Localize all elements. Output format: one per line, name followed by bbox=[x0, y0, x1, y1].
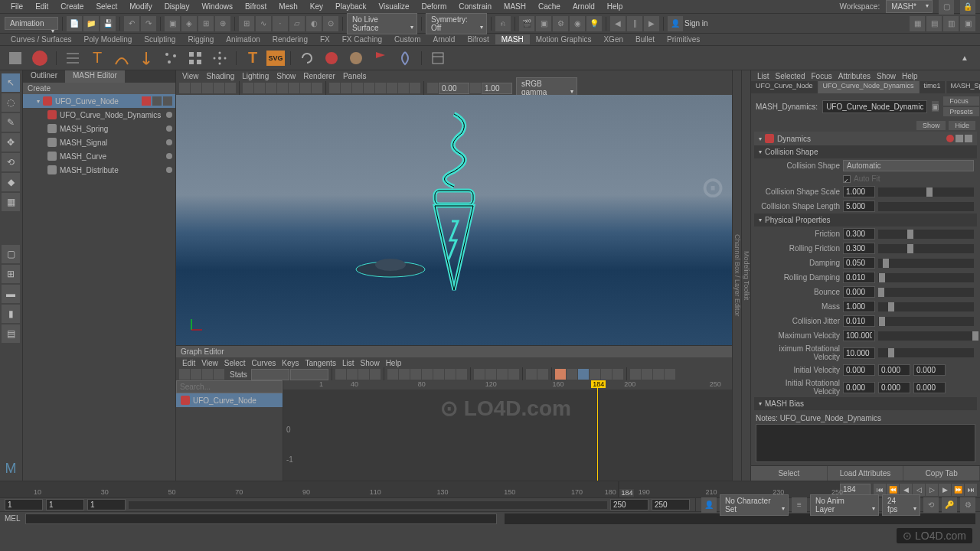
ae-menu-selected[interactable]: Selected bbox=[776, 72, 805, 80]
ae-menu-attributes[interactable]: Attributes bbox=[838, 72, 871, 80]
shelf-tab-poly[interactable]: Poly Modeling bbox=[77, 34, 138, 44]
shelf-scroll-up-icon[interactable]: ▲ bbox=[954, 47, 975, 69]
visibility-toggle-icon[interactable] bbox=[166, 126, 172, 132]
ae-max-velocity-slider[interactable] bbox=[878, 331, 974, 341]
ge-item-ufo-curve-node[interactable]: UFO_Curve_Node bbox=[176, 393, 283, 407]
anim-layer-icon[interactable]: ≡ bbox=[792, 497, 807, 513]
ae-rolling-friction-field[interactable] bbox=[843, 243, 875, 254]
tl-playhead[interactable]: 184 bbox=[618, 481, 619, 497]
bullet-swirl-icon[interactable] bbox=[394, 47, 416, 69]
playblast-step-fwd-icon[interactable]: ▶ bbox=[644, 16, 659, 31]
ae-max-rot-velocity-slider[interactable] bbox=[878, 348, 974, 357]
ge-graph-area[interactable]: 1 40 80 120 160 200 250 184 0 -1 ⊙ LO4D.… bbox=[283, 380, 732, 481]
mash-grid-icon[interactable] bbox=[185, 47, 206, 69]
ge-plateau-icon[interactable] bbox=[445, 369, 456, 380]
ge-menu-tangents[interactable]: Tangents bbox=[305, 359, 336, 367]
menu-file[interactable]: File bbox=[5, 1, 29, 12]
snap-view-icon[interactable]: ⊙ bbox=[323, 16, 338, 31]
ge-time-snap-icon[interactable] bbox=[555, 369, 566, 380]
ge-autofit-icon[interactable] bbox=[370, 369, 381, 380]
workspace-dropdown[interactable]: MASH* bbox=[886, 0, 933, 13]
ge-stat-time-field[interactable] bbox=[251, 369, 289, 380]
ge-step-icon[interactable] bbox=[433, 369, 444, 380]
ge-lock-tan-icon[interactable] bbox=[508, 369, 519, 380]
ae-tab-time1[interactable]: time1 bbox=[920, 81, 946, 93]
render-settings-icon[interactable]: ⚙ bbox=[553, 16, 568, 31]
vp-shaded-icon[interactable] bbox=[341, 83, 351, 93]
layout-4-icon[interactable]: ▣ bbox=[960, 16, 975, 31]
outliner-item-signal[interactable]: MASH_Signal bbox=[23, 135, 175, 149]
vp-exposure-icon[interactable] bbox=[427, 83, 438, 93]
ge-stacked-icon[interactable] bbox=[590, 369, 600, 380]
menu-bifrost[interactable]: Bifrost bbox=[239, 1, 273, 12]
expand-icon[interactable]: ▾ bbox=[37, 98, 40, 105]
ae-notes-field[interactable] bbox=[756, 424, 975, 462]
visibility-toggle-icon[interactable] bbox=[166, 167, 172, 173]
layout-four-icon[interactable]: ⊞ bbox=[2, 265, 20, 283]
shelf-tab-sculpt[interactable]: Sculpting bbox=[138, 34, 181, 44]
vp-textured-icon[interactable] bbox=[352, 83, 363, 93]
ae-max-velocity-field[interactable] bbox=[843, 330, 875, 341]
step-forward-key-button[interactable]: ⏩ bbox=[952, 484, 964, 496]
ge-auto-icon[interactable] bbox=[456, 369, 467, 380]
ae-init-rot-z-field[interactable] bbox=[913, 382, 946, 393]
ge-menu-keys[interactable]: Keys bbox=[282, 359, 299, 367]
ae-tab-node[interactable]: UFO_Curve_Node bbox=[751, 81, 818, 93]
ge-menu-view[interactable]: View bbox=[201, 359, 218, 367]
layout-three-icon[interactable]: ▤ bbox=[2, 324, 20, 343]
step-forward-button[interactable]: ▶ bbox=[939, 484, 951, 496]
snap-surface-icon[interactable]: ◐ bbox=[306, 16, 322, 31]
shelf-tab-mash[interactable]: MASH bbox=[495, 34, 530, 44]
select-tool[interactable]: ↖ bbox=[2, 73, 20, 92]
vp-bookmark-icon[interactable] bbox=[191, 83, 201, 93]
menu-select[interactable]: Select bbox=[90, 1, 123, 12]
range-inner-start-field[interactable] bbox=[46, 499, 84, 510]
menu-visualize[interactable]: Visualize bbox=[373, 1, 416, 12]
ge-menu-curves[interactable]: Curves bbox=[252, 359, 276, 367]
vp-select-cam-icon[interactable] bbox=[179, 83, 190, 93]
bullet-soft-icon[interactable] bbox=[345, 47, 367, 69]
snap-point-icon[interactable]: · bbox=[273, 16, 288, 31]
menu-display[interactable]: Display bbox=[158, 1, 196, 12]
shelf-tab-arnold[interactable]: Arnold bbox=[426, 34, 461, 44]
ae-mass-field[interactable] bbox=[843, 301, 875, 312]
vp-gamma-icon[interactable] bbox=[470, 83, 481, 93]
paint-tool[interactable]: ✎ bbox=[2, 113, 20, 132]
visibility-toggle-icon[interactable] bbox=[166, 112, 172, 118]
ge-region-icon[interactable] bbox=[214, 369, 224, 380]
vp-safe-action-icon[interactable] bbox=[300, 83, 311, 93]
ae-pin-icon[interactable]: ▣ bbox=[932, 101, 939, 112]
outliner-item-distribute[interactable]: MASH_Distribute bbox=[23, 163, 175, 177]
channel-box-tab[interactable]: Channel Box / Layer Editor bbox=[732, 70, 741, 481]
ge-menu-edit[interactable]: Edit bbox=[182, 359, 195, 367]
handle-icon[interactable]: ⊕ bbox=[215, 16, 230, 31]
menu-mesh[interactable]: Mesh bbox=[273, 1, 303, 12]
shelf-tab-fxcache[interactable]: FX Caching bbox=[336, 34, 388, 44]
vp-menu-view[interactable]: View bbox=[182, 72, 199, 80]
ge-value-snap-icon[interactable] bbox=[567, 369, 577, 380]
render-icon[interactable]: 🎬 bbox=[519, 16, 534, 31]
ae-focus-button[interactable]: Focus bbox=[943, 96, 979, 106]
lock-icon[interactable]: 🔒 bbox=[960, 0, 975, 15]
layout-two-h-icon[interactable]: ▬ bbox=[2, 285, 20, 303]
outliner-item-ufo-curve-node[interactable]: ▾ UFO_Curve_Node bbox=[23, 94, 175, 108]
ae-menu-help[interactable]: Help bbox=[902, 72, 918, 80]
ge-buffer-swap-icon[interactable] bbox=[526, 369, 537, 380]
menu-cache[interactable]: Cache bbox=[532, 1, 567, 12]
vp-gate-mask-icon[interactable] bbox=[277, 83, 288, 93]
vp-menu-show[interactable]: Show bbox=[276, 72, 296, 80]
range-end-field[interactable] bbox=[610, 499, 648, 510]
ae-friction-slider[interactable] bbox=[878, 230, 974, 239]
charset-dropdown[interactable]: No Character Set bbox=[720, 494, 789, 516]
shelf-tab-primitives[interactable]: Primitives bbox=[661, 34, 706, 44]
ae-friction-field[interactable] bbox=[843, 228, 875, 240]
ae-collision-section[interactable]: Collision Shape bbox=[754, 145, 977, 158]
mash-type-icon[interactable]: T bbox=[87, 47, 108, 69]
type-tool-icon[interactable]: T bbox=[242, 47, 263, 69]
menu-extra-icon[interactable]: ▢ bbox=[939, 0, 954, 15]
shelf-tab-fx[interactable]: FX bbox=[314, 34, 336, 44]
ge-spline-icon[interactable] bbox=[387, 369, 398, 380]
ae-init-vel-y-field[interactable] bbox=[878, 364, 910, 376]
snap-curve-icon[interactable]: ∿ bbox=[256, 16, 271, 31]
shelf-tab-custom[interactable]: Custom bbox=[388, 34, 426, 44]
